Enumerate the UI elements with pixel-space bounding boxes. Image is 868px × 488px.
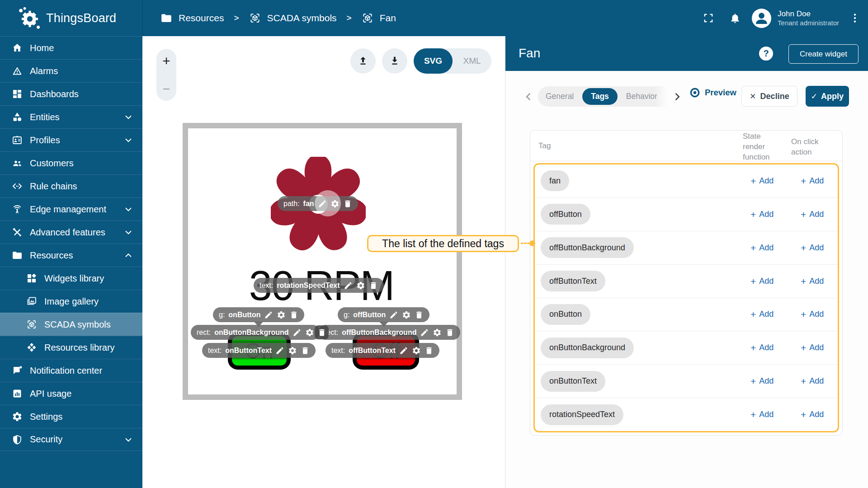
edit-pencil-icon[interactable] [292, 328, 302, 337]
add-state-render-function-button[interactable]: +Add [750, 410, 774, 419]
settings-gear-icon[interactable] [305, 328, 314, 337]
settings-gear-icon[interactable] [330, 199, 340, 208]
settings-gear-icon[interactable] [433, 328, 442, 337]
sidebar-item-security[interactable]: Security [0, 428, 142, 451]
add-state-render-function-button[interactable]: +Add [750, 343, 774, 352]
edit-pencil-icon[interactable] [399, 346, 408, 355]
app-logo[interactable]: ThingsBoard [0, 0, 143, 36]
kebab-menu-icon[interactable] [849, 12, 861, 24]
add-state-render-function-button[interactable]: +Add [750, 376, 774, 386]
tag-chip[interactable]: onButton [541, 304, 590, 325]
edit-pencil-icon[interactable] [264, 310, 273, 319]
tag-chip[interactable]: rotationSpeedText [541, 404, 623, 425]
add-state-render-function-button[interactable]: +Add [750, 310, 774, 319]
add-state-render-function-button[interactable]: +Add [750, 243, 774, 253]
preview-button[interactable]: Preview [689, 87, 736, 99]
fullscreen-icon[interactable] [702, 12, 715, 24]
element-label-text-off-button-text: text: offButtonText [326, 343, 439, 358]
sidebar-item-alarms[interactable]: Alarms [0, 59, 142, 82]
add-on-click-action-button[interactable]: +Add [801, 277, 824, 286]
add-on-click-action-button[interactable]: +Add [801, 376, 824, 386]
element-label-rect-off-button-background: rect: offButtonBackground [318, 325, 460, 340]
tag-chip[interactable]: onButtonText [541, 371, 605, 392]
sidebar-item-notification-center[interactable]: Notification center [0, 359, 142, 382]
sidebar-item-image-gallery[interactable]: Image gallery [0, 290, 142, 313]
sidebar-item-advanced-features[interactable]: Advanced features [0, 221, 142, 244]
plus-icon: + [801, 376, 806, 386]
breadcrumb-item-resources[interactable]: Resources [179, 13, 224, 23]
download-button[interactable] [382, 48, 407, 74]
user-icon [752, 9, 771, 28]
widgets-icon [26, 273, 37, 284]
add-on-click-action-button[interactable]: +Add [801, 310, 824, 319]
edit-pencil-icon[interactable] [420, 328, 429, 337]
sidebar-item-api-usage[interactable]: API usage [0, 382, 142, 405]
settings-gear-icon[interactable] [288, 346, 297, 355]
tag-chip[interactable]: fan [541, 170, 569, 191]
create-widget-button[interactable]: Create widget [788, 44, 859, 64]
upload-button[interactable] [350, 48, 376, 74]
edit-pencil-icon[interactable] [318, 199, 327, 208]
breadcrumb-item-scada-symbols[interactable]: SCADA symbols [267, 13, 337, 23]
add-on-click-action-button[interactable]: +Add [801, 343, 824, 352]
settings-gear-icon[interactable] [277, 310, 286, 319]
notifications-bell-icon[interactable] [729, 12, 741, 24]
help-icon[interactable]: ? [759, 47, 773, 61]
add-state-render-function-button[interactable]: +Add [750, 210, 774, 219]
tag-chip[interactable]: offButtonBackground [541, 237, 634, 258]
sidebar-item-edge-management[interactable]: Edge management [0, 197, 142, 221]
user-info[interactable]: John Doe Tenant administrator [778, 9, 839, 27]
delete-trash-icon[interactable] [445, 328, 454, 337]
tab-general[interactable]: General [538, 86, 581, 107]
tab-tags[interactable]: Tags [582, 88, 618, 105]
edit-pencil-icon[interactable] [275, 346, 284, 355]
plus-icon: + [801, 310, 806, 319]
tag-chip[interactable]: offButtonText [541, 271, 605, 291]
settings-gear-icon[interactable] [412, 346, 421, 355]
element-tag-name: rotationSpeedText [277, 282, 340, 290]
apply-button[interactable]: ✓ Apply [806, 86, 849, 107]
settings-gear-icon[interactable] [356, 281, 365, 290]
sidebar-item-resources-library[interactable]: Resources library [0, 336, 142, 359]
toggle-option-xml[interactable]: XML [453, 48, 491, 74]
delete-trash-icon[interactable] [343, 199, 352, 208]
sidebar-item-scada-symbols[interactable]: SCADA symbols [0, 313, 142, 336]
sidebar-item-rule-chains[interactable]: Rule chains [0, 174, 142, 197]
sidebar-item-widgets-library[interactable]: Widgets library [0, 267, 142, 290]
sidebar-item-resources[interactable]: Resources [0, 244, 142, 267]
element-tag-name: offButtonBackground [342, 328, 416, 337]
sidebar-item-entities[interactable]: Entities [0, 105, 142, 128]
delete-trash-button[interactable] [315, 325, 329, 339]
tabs-scroll-left-icon[interactable] [523, 91, 534, 103]
header-divider [530, 161, 842, 161]
sidebar-item-customers[interactable]: Customers [0, 151, 142, 174]
edit-pencil-icon[interactable] [344, 281, 353, 290]
add-on-click-action-button[interactable]: +Add [801, 176, 824, 186]
decline-button[interactable]: ✕ Decline [741, 86, 797, 107]
tag-chip[interactable]: offButton [541, 204, 590, 225]
sidebar-item-profiles[interactable]: Profiles [0, 128, 142, 151]
tabs-scroll-right-icon[interactable] [671, 91, 683, 103]
toggle-option-svg[interactable]: SVG [414, 48, 453, 74]
delete-trash-icon[interactable] [415, 310, 424, 319]
zoom-in-button[interactable]: + [162, 55, 170, 67]
element-type: rect: [197, 328, 211, 337]
zoom-out-button[interactable]: − [163, 84, 170, 94]
edit-pencil-icon[interactable] [389, 310, 398, 319]
delete-trash-icon[interactable] [289, 310, 298, 319]
add-on-click-action-button[interactable]: +Add [801, 210, 824, 219]
add-on-click-action-button[interactable]: +Add [801, 410, 824, 419]
tag-chip[interactable]: onButtonBackground [541, 338, 634, 358]
avatar[interactable] [752, 9, 771, 28]
delete-trash-icon[interactable] [369, 281, 378, 290]
delete-trash-icon[interactable] [425, 346, 434, 355]
add-state-render-function-button[interactable]: +Add [750, 277, 774, 286]
sidebar-item-dashboards[interactable]: Dashboards [0, 82, 142, 105]
sidebar-item-home[interactable]: Home [0, 36, 142, 59]
add-on-click-action-button[interactable]: +Add [801, 243, 824, 253]
sidebar-item-settings[interactable]: Settings [0, 405, 142, 428]
delete-trash-icon[interactable] [301, 346, 310, 355]
settings-gear-icon[interactable] [402, 310, 411, 319]
sidebar-item-label: Security [30, 434, 62, 445]
add-state-render-function-button[interactable]: +Add [750, 176, 774, 186]
